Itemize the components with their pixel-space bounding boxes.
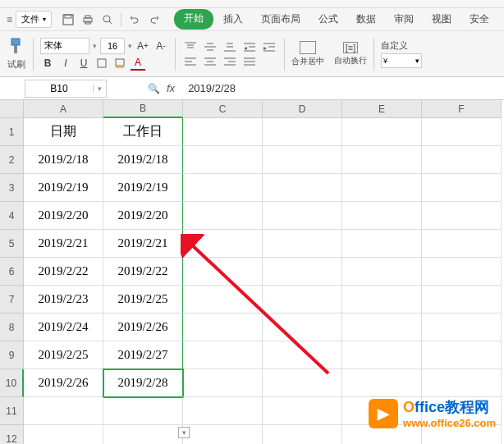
col-header-f[interactable]: F xyxy=(422,100,502,118)
cell[interactable] xyxy=(422,118,502,146)
cell[interactable]: 2019/2/25 xyxy=(103,286,183,314)
cell[interactable] xyxy=(263,369,342,397)
cell[interactable] xyxy=(422,314,502,341)
row-header[interactable]: 2 xyxy=(0,146,24,174)
indent-increase-icon[interactable] xyxy=(261,40,277,53)
cell[interactable] xyxy=(263,397,342,425)
indent-decrease-icon[interactable] xyxy=(241,40,258,53)
cell[interactable] xyxy=(342,314,422,341)
row-header[interactable]: 11 xyxy=(0,397,24,425)
cell[interactable]: 日期 xyxy=(24,118,103,146)
cell[interactable] xyxy=(422,202,502,230)
font-size-input[interactable] xyxy=(100,38,125,54)
font-color-button[interactable]: A xyxy=(131,56,145,71)
formula-input[interactable]: 2019/2/28 xyxy=(181,82,236,94)
cell[interactable] xyxy=(263,286,342,314)
currency-dropdown[interactable]: ¥▾ xyxy=(381,53,422,68)
autofill-options-button[interactable]: ▾ xyxy=(178,427,190,438)
cell[interactable]: 2019/2/20 xyxy=(103,202,183,230)
merge-center-button[interactable]: 合并居中 xyxy=(291,41,324,67)
align-top-icon[interactable] xyxy=(182,40,199,53)
cell[interactable] xyxy=(183,118,263,146)
cell[interactable]: 2019/2/21 xyxy=(103,230,183,258)
col-header-d[interactable]: D xyxy=(263,100,342,118)
italic-button[interactable]: I xyxy=(58,56,73,71)
cell[interactable] xyxy=(422,286,502,314)
row-header[interactable]: 4 xyxy=(0,202,24,230)
align-center-icon[interactable] xyxy=(202,55,218,68)
cell[interactable] xyxy=(422,369,502,397)
cell[interactable] xyxy=(263,146,342,174)
cell[interactable] xyxy=(183,258,263,286)
col-header-c[interactable]: C xyxy=(183,100,263,118)
cell[interactable] xyxy=(342,202,422,230)
cell[interactable] xyxy=(263,314,342,341)
brush-icon[interactable] xyxy=(7,37,26,57)
cell[interactable]: 2019/2/21 xyxy=(24,230,103,258)
preview-icon[interactable] xyxy=(101,13,114,26)
save-icon[interactable] xyxy=(62,13,75,26)
chevron-down-icon[interactable]: ▾ xyxy=(93,42,97,50)
decrease-font-icon[interactable]: A- xyxy=(153,39,168,53)
hamburger-icon[interactable]: ≡ xyxy=(7,14,12,25)
name-box[interactable]: B10 ▾ xyxy=(25,80,107,98)
font-name-input[interactable] xyxy=(40,38,89,54)
fx-icon[interactable]: fx xyxy=(167,82,175,94)
cell[interactable] xyxy=(422,174,502,202)
cell[interactable] xyxy=(103,397,183,425)
align-left-icon[interactable] xyxy=(182,55,199,68)
tab-layout[interactable]: 页面布局 xyxy=(253,9,309,30)
cell[interactable] xyxy=(183,425,263,444)
tab-data[interactable]: 数据 xyxy=(348,9,384,30)
cell[interactable] xyxy=(183,230,263,258)
cell[interactable] xyxy=(342,258,422,286)
cell[interactable]: 2019/2/18 xyxy=(103,146,183,174)
row-header[interactable]: 12 xyxy=(0,425,24,444)
cell[interactable] xyxy=(263,230,342,258)
row-header[interactable]: 7 xyxy=(0,286,24,314)
cell[interactable] xyxy=(183,397,263,425)
cell[interactable]: 2019/2/19 xyxy=(24,174,103,202)
row-header[interactable]: 3 xyxy=(0,174,24,202)
tab-view[interactable]: 视图 xyxy=(424,9,460,30)
align-middle-icon[interactable] xyxy=(202,40,218,53)
cell[interactable] xyxy=(183,341,263,369)
col-header-e[interactable]: E xyxy=(342,100,422,118)
cell[interactable]: 2019/2/23 xyxy=(24,286,103,314)
cell[interactable] xyxy=(263,174,342,202)
increase-font-icon[interactable]: A+ xyxy=(135,39,150,53)
cell[interactable] xyxy=(263,202,342,230)
cell[interactable]: 2019/2/22 xyxy=(24,258,103,286)
cell[interactable] xyxy=(342,230,422,258)
tab-review[interactable]: 审阅 xyxy=(386,9,422,30)
cell[interactable]: 2019/2/24 xyxy=(24,314,103,341)
row-header[interactable]: 10 xyxy=(0,369,24,397)
cell[interactable] xyxy=(263,258,342,286)
underline-button[interactable]: U xyxy=(76,56,91,71)
undo-icon[interactable] xyxy=(128,13,141,26)
tab-security[interactable]: 安全 xyxy=(461,9,497,30)
cell[interactable] xyxy=(183,369,263,397)
print-icon[interactable] xyxy=(81,13,94,26)
cell[interactable] xyxy=(342,146,422,174)
fill-color-button[interactable] xyxy=(112,56,127,71)
cell[interactable] xyxy=(422,230,502,258)
wrap-text-button[interactable]: [≡] 自动换行 xyxy=(334,42,367,66)
row-header[interactable]: 1 xyxy=(0,118,24,146)
row-header[interactable]: 9 xyxy=(0,341,24,369)
cell[interactable]: 2019/2/25 xyxy=(24,341,103,369)
justify-icon[interactable] xyxy=(241,55,258,68)
row-header[interactable]: 5 xyxy=(0,230,24,258)
border-button[interactable] xyxy=(94,56,109,71)
cell[interactable] xyxy=(342,341,422,369)
cell[interactable]: 2019/2/27 xyxy=(103,341,183,369)
cell[interactable] xyxy=(342,118,422,146)
cell[interactable]: 2019/2/18 xyxy=(24,146,103,174)
tab-home[interactable]: 开始 xyxy=(174,9,213,30)
cell[interactable]: 2019/2/26 xyxy=(103,314,183,341)
tab-formula[interactable]: 公式 xyxy=(310,9,346,30)
cell[interactable]: 2019/2/20 xyxy=(24,202,103,230)
tab-insert[interactable]: 插入 xyxy=(215,9,251,30)
cell[interactable] xyxy=(183,174,263,202)
cell[interactable] xyxy=(263,425,342,444)
